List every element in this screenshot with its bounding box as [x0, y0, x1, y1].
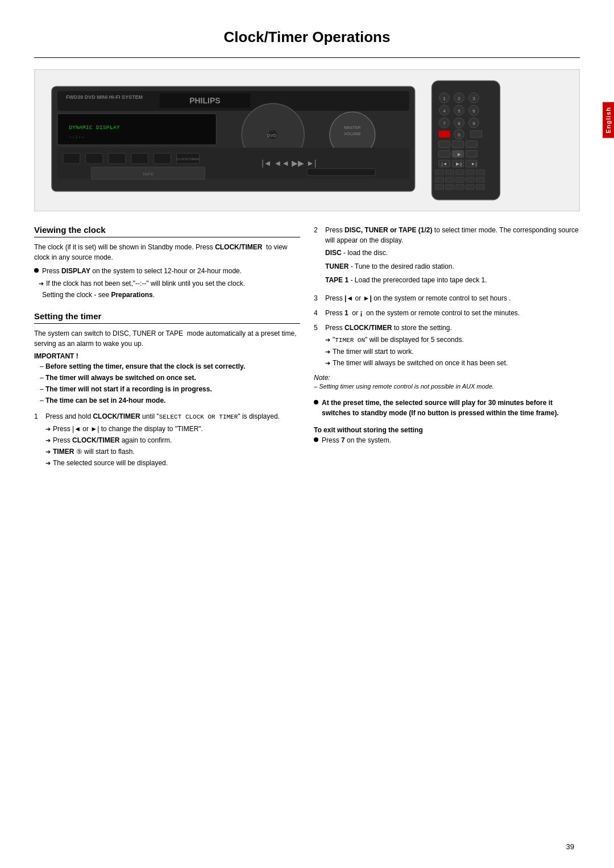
- device-svg: PHILIPS FWD39 DVD MINI HI-FI SYSTEM DYNA…: [35, 70, 579, 211]
- disc-desc: DISC - load the disc.: [325, 248, 580, 258]
- page-container: English Clock/Timer Operations PHILIPS F…: [0, 0, 614, 868]
- exit-section: To exit without storing the setting Pres…: [314, 426, 580, 445]
- svg-rect-64: [455, 170, 464, 175]
- svg-rect-16: [86, 153, 103, 164]
- setting-timer-heading: Setting the timer: [34, 311, 300, 324]
- svg-rect-65: [466, 170, 474, 175]
- step1: 1 Press and hold CLOCK/TIMER until "SELE…: [34, 411, 300, 469]
- svg-rect-19: [154, 153, 171, 164]
- svg-text:|◄: |◄: [442, 161, 447, 166]
- svg-text:6: 6: [472, 108, 475, 114]
- display-bullet-text: Press DISPLAY on the system to select 12…: [42, 266, 242, 276]
- svg-text:|◄  ◄◄  ▶▶  ►|: |◄ ◄◄ ▶▶ ►|: [262, 158, 316, 168]
- setting-clock-ref: Setting the clock - see Preparations.: [34, 290, 300, 300]
- svg-rect-50: [452, 141, 463, 148]
- display-bullet: Press DISPLAY on the system to select 12…: [34, 266, 300, 276]
- arrow-sym3: ➔: [45, 447, 51, 457]
- svg-text:2: 2: [458, 96, 460, 101]
- step1-arrow3: ➔ TIMER ⑤ will start to flash.: [45, 446, 280, 457]
- right-column: 2 Press DISC, TUNER or TAPE (1/2) to sel…: [314, 225, 580, 479]
- svg-rect-76: [476, 185, 484, 190]
- step5-arrow3-text: The timer will always be switched on onc…: [333, 358, 508, 368]
- svg-rect-54: [466, 151, 477, 157]
- svg-rect-52: [439, 151, 450, 157]
- svg-rect-68: [445, 177, 454, 182]
- step1-arrow4: ➔ The selected source will be displayed.: [45, 458, 280, 468]
- exit-bullet: Press 7 on the system.: [314, 435, 580, 445]
- step5-arrow-sym3: ➔: [325, 358, 330, 368]
- svg-rect-63: [445, 170, 454, 175]
- step5-arrow-sym1: ➔: [325, 335, 330, 345]
- setting-timer-section: Setting the timer The system can switch …: [34, 311, 300, 469]
- svg-text:5: 5: [458, 108, 460, 114]
- setting-timer-intro: The system can switch to DISC, TUNER or …: [34, 328, 300, 349]
- step4-content: Press 1 or ¡ on the system or remote con…: [325, 308, 520, 318]
- step4-num: 4: [314, 308, 322, 318]
- svg-rect-15: [63, 153, 80, 164]
- svg-text:▶||: ▶||: [456, 161, 462, 166]
- svg-rect-25: [307, 169, 375, 176]
- step2-content: Press DISC, TUNER or TAPE (1/2) to selec…: [325, 225, 580, 289]
- step1-arrow3-text: TIMER ⑤ will start to flash.: [53, 446, 135, 457]
- svg-text:--:--: --:--: [69, 135, 84, 140]
- svg-text:7: 7: [443, 121, 446, 126]
- language-tab: English: [603, 102, 614, 138]
- exit-text: Press 7 on the system.: [322, 435, 391, 445]
- note-label: Note:: [314, 374, 580, 382]
- bullet-dot2: [314, 400, 318, 404]
- tape-desc: TAPE 1 - Load the prerecorded tape into …: [325, 275, 580, 285]
- step5-arrow2-text: The timer will start to work.: [333, 347, 414, 357]
- arrow-sym2: ➔: [45, 436, 51, 445]
- viewing-clock-intro: The clock (if it is set) will be shown i…: [34, 242, 300, 262]
- step1-arrow2: ➔ Press CLOCK/TIMER again to confirm.: [45, 435, 280, 445]
- content-area: Viewing the clock The clock (if it is se…: [34, 225, 580, 479]
- tuner-desc: TUNER - Tune to the desired radio statio…: [325, 261, 580, 272]
- svg-text:FWD39 DVD MINI HI-FI SYSTEM: FWD39 DVD MINI HI-FI SYSTEM: [66, 94, 143, 100]
- step5-arrow3: ➔ The timer will always be switched on o…: [325, 358, 508, 368]
- svg-text:DVD: DVD: [267, 133, 277, 138]
- note-block: Note: – Setting timer using remote contr…: [314, 374, 580, 391]
- svg-text:MASTER: MASTER: [344, 126, 360, 130]
- step5-num: 5: [314, 323, 322, 369]
- step5-arrow1-text: "TIMER ON" will be displayed for 5 secon…: [333, 335, 464, 345]
- svg-rect-74: [455, 185, 464, 190]
- arrow-symbol: ➔: [39, 279, 44, 289]
- svg-text:1: 1: [443, 96, 446, 101]
- svg-rect-49: [439, 141, 450, 148]
- viewing-clock-section: Viewing the clock The clock (if it is se…: [34, 225, 300, 300]
- step3-content: Press |◄ or ►| on the system or remote c…: [325, 293, 511, 303]
- bullet-dot3: [314, 437, 318, 442]
- step3: 3 Press |◄ or ►| on the system or remote…: [314, 293, 580, 303]
- left-column: Viewing the clock The clock (if it is se…: [34, 225, 300, 479]
- step4: 4 Press 1 or ¡ on the system or remote c…: [314, 308, 580, 318]
- step2: 2 Press DISC, TUNER or TAPE (1/2) to sel…: [314, 225, 580, 289]
- svg-text:4: 4: [443, 108, 446, 114]
- svg-rect-62: [435, 170, 444, 175]
- step1-arrow1-text: Press |◄ or ►| to change the display to …: [53, 424, 203, 434]
- svg-rect-75: [466, 185, 474, 190]
- step5-arrow2: ➔ The timer will start to work.: [325, 347, 508, 357]
- svg-text:3: 3: [472, 96, 475, 101]
- svg-rect-70: [466, 177, 474, 182]
- preset-time-bullet: At the preset time, the selected source …: [314, 398, 580, 418]
- exit-heading: To exit without storing the setting: [314, 426, 580, 434]
- svg-rect-17: [109, 153, 126, 164]
- viewing-clock-heading: Viewing the clock: [34, 225, 300, 237]
- dash3: – The timer will not start if a recordin…: [34, 384, 300, 394]
- svg-rect-45: [439, 131, 450, 137]
- step5-content: Press CLOCK/TIMER to store the setting. …: [325, 323, 508, 369]
- svg-text:9: 9: [472, 121, 475, 126]
- step2-num: 2: [314, 225, 322, 289]
- svg-rect-69: [455, 177, 464, 182]
- step1-num: 1: [34, 411, 42, 469]
- step1-content: Press and hold CLOCK/TIMER until "SELECT…: [45, 411, 280, 469]
- page-number: 39: [566, 842, 574, 851]
- svg-text:►|: ►|: [471, 161, 476, 166]
- svg-rect-18: [131, 153, 148, 164]
- svg-text:CLOCK/TIMER: CLOCK/TIMER: [176, 157, 200, 161]
- arrow-sym1: ➔: [45, 424, 51, 434]
- svg-text:TAPE: TAPE: [142, 172, 154, 177]
- dash4: – The time can be set in 24-hour mode.: [34, 395, 300, 406]
- page-title-area: Clock/Timer Operations: [34, 23, 580, 58]
- note-text: – Setting timer using remote control is …: [314, 382, 580, 391]
